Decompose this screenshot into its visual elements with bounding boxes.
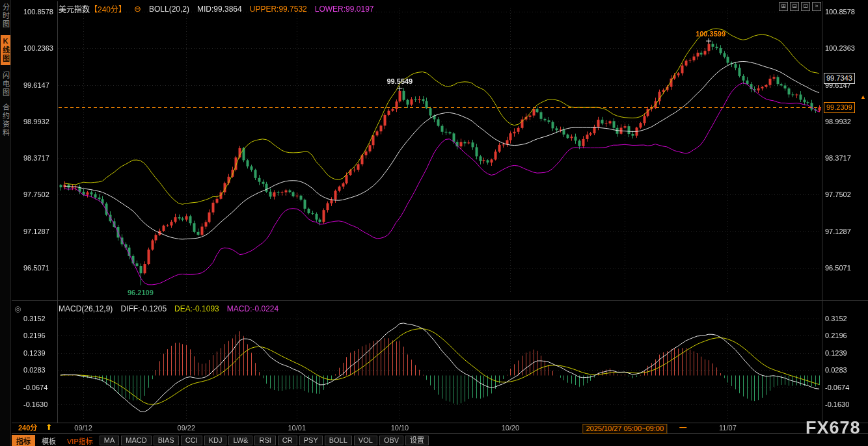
x-axis-selected-time[interactable]: 2025/10/27 05:00~09:00 — [582, 424, 667, 434]
period-label: 【240分】 — [90, 5, 126, 14]
indicator-button-obv[interactable]: OBV — [379, 436, 403, 445]
indicator-button-ma[interactable]: MA — [100, 436, 120, 445]
price-up-arrow-icon: ▲ — [860, 94, 866, 100]
macd-bar-value: MACD:-0.0224 — [227, 304, 278, 313]
indicator-button-lw[interactable]: LW& — [228, 436, 252, 445]
window-controls: ⊞⊟⊡» — [779, 2, 821, 11]
indicator-button-psy[interactable]: PSY — [299, 436, 323, 445]
symbol-and-period: 美元指数【240分】 — [59, 3, 126, 14]
symbol-name: 美元指数 — [59, 5, 90, 14]
indicator-button-cci[interactable]: CCI — [181, 436, 202, 445]
indicator-button-kdj[interactable]: KDJ — [204, 436, 227, 445]
left-sidebar: 分时图K线图闪电图合约资料 — [0, 0, 11, 446]
single-window-icon[interactable]: ⊡ — [801, 2, 810, 11]
indicator-button-rsi[interactable]: RSI — [254, 436, 275, 445]
sidebar-item-kline-chart[interactable]: K线图 — [1, 35, 10, 65]
boll-lower-value: LOWER:99.0197 — [315, 5, 374, 14]
settings-button[interactable]: 设置 — [405, 436, 429, 445]
chart-header: 美元指数【240分】 ⊖ BOLL(20,2) MID:99.3864 UPPE… — [59, 3, 374, 14]
macd-dea-value: DEA:-0.1093 — [174, 304, 219, 313]
indicator-button-cr[interactable]: CR — [278, 436, 297, 445]
macd-header: MACD(26,12,9) DIFF:-0.1205 DEA:-0.1093 M… — [59, 304, 278, 313]
footer-tab-indicators[interactable]: 指标 — [12, 435, 35, 446]
boll-upper-value: UPPER:99.7532 — [250, 5, 307, 14]
macd-diff-value: DIFF:-0.1205 — [120, 304, 167, 313]
boll-mid-value: MID:99.3864 — [197, 5, 242, 14]
jump-to-latest-icon[interactable]: ⬆ — [46, 423, 52, 432]
grid-window-icon[interactable]: ⊞ — [779, 2, 788, 11]
last-price-tag: 99.2309 — [824, 102, 855, 113]
boll-band-value-tag: 99.7343 — [824, 73, 855, 84]
sidebar-item-flash-chart[interactable]: 闪电图 — [1, 72, 10, 97]
bottom-toolbar: 指标模板VIP指标MAMACDBIASCCIKDJLW&RSICRPSYBOLL… — [12, 435, 429, 446]
sidebar-item-time-chart[interactable]: 分时图 — [1, 3, 10, 29]
trading-app-window: 分时图K线图闪电图合约资料 美元指数【240分】 ⊖ BOLL(20,2) MI… — [0, 0, 868, 446]
indicator-button-macd[interactable]: MACD — [121, 436, 151, 445]
footer-tab-vip-indicators[interactable]: VIP指标 — [62, 435, 98, 446]
boll-indicator-name: BOLL(20,2) — [149, 5, 189, 14]
macd-indicator-name: MACD(26,12,9) — [59, 304, 113, 313]
indicator-settings-icon[interactable]: ◎ — [14, 304, 21, 313]
expand-panel-icon[interactable]: » — [812, 2, 821, 11]
indicator-button-boll[interactable]: BOLL — [325, 436, 352, 445]
collapse-indicator-icon[interactable]: ⊖ — [134, 4, 141, 14]
indicator-button-vol[interactable]: VOL — [354, 436, 377, 445]
tile-window-icon[interactable]: ⊟ — [790, 2, 799, 11]
footer-tab-templates[interactable]: 模板 — [37, 435, 61, 446]
price-chart-canvas[interactable] — [0, 0, 868, 446]
sidebar-item-contract-info[interactable]: 合约资料 — [1, 103, 10, 137]
indicator-button-bias[interactable]: BIAS — [154, 436, 179, 445]
watermark: FX678 — [806, 418, 861, 438]
